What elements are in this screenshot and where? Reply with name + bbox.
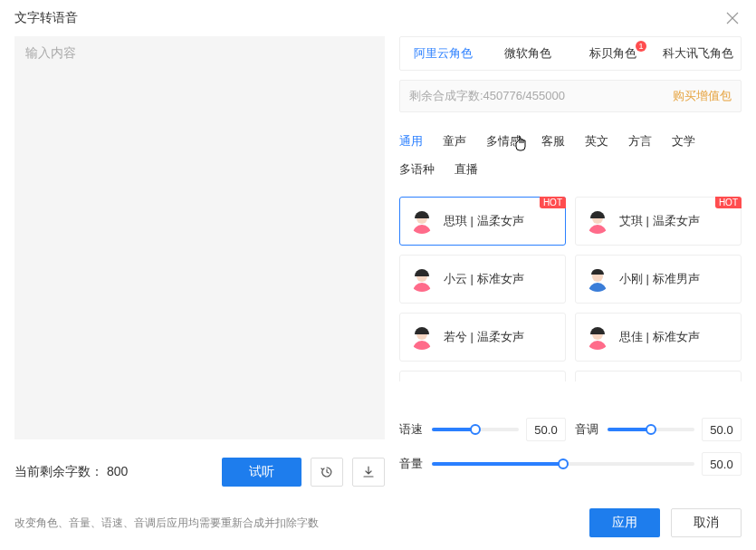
category-tab-6[interactable]: 文学 <box>672 127 695 155</box>
speed-value: 50.0 <box>526 418 566 441</box>
category-tab-3[interactable]: 客服 <box>541 127 565 155</box>
voice-card-7[interactable]: 艾佳 | 标准女声 <box>575 371 742 381</box>
provider-tab-2[interactable]: 标贝角色1 <box>570 37 656 70</box>
slider-row-2: 音量 50.0 <box>399 452 742 476</box>
footer-buttons: 应用 取消 <box>589 508 742 537</box>
voice-name: 小刚 | 标准男声 <box>619 271 700 287</box>
category-tab-8[interactable]: 直播 <box>455 155 478 183</box>
cancel-button[interactable]: 取消 <box>671 508 742 537</box>
sliders-panel: 语速 50.0 音调 50.0 <box>399 418 742 487</box>
pitch-slider[interactable] <box>608 428 694 431</box>
volume-slider-group: 音量 50.0 <box>399 452 742 476</box>
footer-note: 改变角色、音量、语速、音调后应用均需要重新合成并扣除字数 <box>14 516 319 531</box>
category-tabs: 通用童声多情感客服英文方言文学多语种直播 <box>399 127 742 184</box>
hot-badge: HOT <box>540 197 566 208</box>
char-count: 当前剩余字数： 800 <box>14 464 128 480</box>
history-button[interactable] <box>311 458 343 487</box>
tab-badge: 1 <box>636 41 646 52</box>
speed-slider-thumb[interactable] <box>470 424 481 435</box>
volume-slider[interactable] <box>432 462 694 466</box>
modal-header: 文字转语音 <box>0 0 756 36</box>
avatar <box>585 324 610 350</box>
avatar <box>585 208 610 234</box>
voice-card-1[interactable]: 艾琪 | 温柔女声HOT <box>575 197 742 246</box>
avatar <box>585 266 610 292</box>
voice-card-5[interactable]: 思佳 | 标准女声 <box>575 313 742 362</box>
provider-tab-0[interactable]: 阿里云角色 <box>400 37 485 70</box>
download-button[interactable] <box>352 458 385 487</box>
avatar <box>409 324 435 350</box>
voice-name: 思琪 | 温柔女声 <box>444 213 524 229</box>
history-icon <box>320 465 334 479</box>
voice-card-2[interactable]: 小云 | 标准女声 <box>399 255 566 304</box>
content-textarea[interactable] <box>14 36 385 439</box>
provider-tab-3[interactable]: 科大讯飞角色 <box>656 37 741 70</box>
modal-footer: 改变角色、音量、语速、音调后应用均需要重新合成并扣除字数 应用 取消 <box>0 496 756 550</box>
voice-card-3[interactable]: 小刚 | 标准男声 <box>575 255 742 304</box>
modal-title: 文字转语音 <box>14 10 78 26</box>
provider-tabs: 阿里云角色微软角色标贝角色1科大讯飞角色 <box>399 36 742 71</box>
category-tab-5[interactable]: 方言 <box>628 127 652 155</box>
apply-button[interactable]: 应用 <box>589 508 660 537</box>
pitch-label: 音调 <box>575 421 600 438</box>
speed-slider-group: 语速 50.0 <box>399 418 566 441</box>
slider-row-1: 语速 50.0 音调 50.0 <box>399 418 742 441</box>
volume-label: 音量 <box>399 456 425 472</box>
voice-card-4[interactable]: 若兮 | 温柔女声 <box>399 313 566 362</box>
pitch-value: 50.0 <box>702 418 742 441</box>
download-icon <box>361 465 376 479</box>
provider-tab-1[interactable]: 微软角色 <box>485 37 570 70</box>
quota-text: 剩余合成字数:450776/455000 <box>409 88 565 104</box>
voice-grid: 思琪 | 温柔女声HOT艾琪 | 温柔女声HOT小云 | 标准女声小刚 | 标准… <box>399 197 742 381</box>
voice-list: 思琪 | 温柔女声HOT艾琪 | 温柔女声HOT小云 | 标准女声小刚 | 标准… <box>399 197 742 381</box>
avatar <box>409 208 435 234</box>
left-actions: 当前剩余字数： 800 试听 <box>14 458 385 487</box>
listen-button[interactable]: 试听 <box>222 458 301 487</box>
tts-modal: 文字转语音 当前剩余字数： 800 试听 <box>0 0 756 550</box>
voice-name: 若兮 | 温柔女声 <box>444 329 524 345</box>
char-count-label: 当前剩余字数： <box>14 464 103 478</box>
left-column: 当前剩余字数： 800 试听 <box>14 36 385 487</box>
volume-value: 50.0 <box>702 452 742 476</box>
category-tab-0[interactable]: 通用 <box>399 127 423 155</box>
category-tab-4[interactable]: 英文 <box>585 127 608 155</box>
hot-badge: HOT <box>715 197 742 208</box>
voice-card-0[interactable]: 思琪 | 温柔女声HOT <box>399 197 566 246</box>
modal-body: 当前剩余字数： 800 试听 阿里云角色微软角色标贝角色1科大讯飞角色 剩余合成… <box>0 36 756 496</box>
category-tab-2[interactable]: 多情感 <box>486 127 522 155</box>
voice-name: 艾琪 | 温柔女声 <box>619 213 700 229</box>
quota-purchase-link[interactable]: 购买增值包 <box>673 88 732 104</box>
voice-name: 小云 | 标准女声 <box>444 271 524 287</box>
speed-label: 语速 <box>399 421 425 438</box>
left-buttons: 试听 <box>222 458 385 487</box>
char-count-value: 800 <box>107 464 128 478</box>
volume-slider-thumb[interactable] <box>558 458 569 469</box>
voice-name: 思佳 | 标准女声 <box>619 329 700 345</box>
speed-slider[interactable] <box>432 428 519 431</box>
right-column: 阿里云角色微软角色标贝角色1科大讯飞角色 剩余合成字数:450776/45500… <box>399 36 742 487</box>
close-icon <box>726 12 739 24</box>
category-tab-7[interactable]: 多语种 <box>399 155 435 183</box>
voice-card-6[interactable]: 思诚 | 标准男声 <box>399 371 566 381</box>
close-button[interactable] <box>723 9 742 27</box>
category-tab-1[interactable]: 童声 <box>443 127 466 155</box>
avatar <box>409 266 435 292</box>
pitch-slider-thumb[interactable] <box>646 424 656 435</box>
quota-bar: 剩余合成字数:450776/455000 购买增值包 <box>399 80 742 112</box>
pitch-slider-group: 音调 50.0 <box>575 418 742 441</box>
